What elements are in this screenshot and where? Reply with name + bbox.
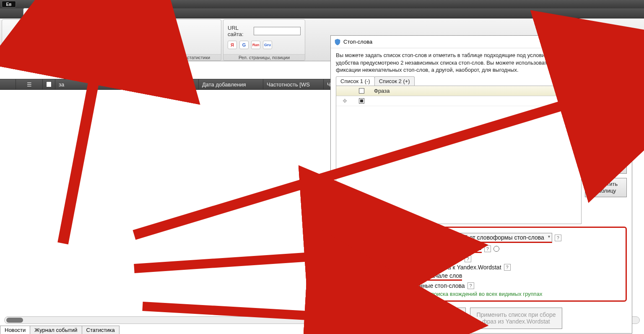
group-label: Прочее	[2, 54, 124, 60]
col-phrase[interactable]: Фраза	[370, 88, 390, 94]
help-icon[interactable]: ?	[467, 282, 474, 289]
maximize-button[interactable]: ☐	[595, 37, 612, 47]
checkbox-match-start[interactable]	[341, 274, 347, 279]
radio-exact[interactable]	[493, 246, 499, 252]
bars-icon[interactable]: ▮▮▮	[130, 28, 140, 34]
label: процессов	[13, 44, 36, 50]
ribbon-group-relpages: URL сайта: Я G Яan Gru Рел. страницы, по…	[223, 19, 305, 61]
svg-rect-1	[57, 27, 60, 35]
radio-partial-label: Частичное вхождение	[421, 245, 481, 253]
radio-full[interactable]	[341, 246, 347, 252]
google2-icon[interactable]: Gru	[263, 41, 272, 49]
url-row: URL сайта:	[228, 25, 301, 37]
checkbox-apply-wordstat[interactable]	[341, 264, 347, 270]
modal-titlebar[interactable]: Стоп-слова — ☐ ✕	[331, 36, 632, 48]
modal-title: Стоп-слова	[343, 39, 578, 45]
list-tab-1[interactable]: Список 1 (-)	[336, 76, 375, 86]
clear-table-button[interactable]: Очистить таблицу	[585, 178, 627, 197]
mark-phrases-button[interactable]: Отметить фразы в таблице	[336, 308, 399, 329]
add-row[interactable]: ✥	[336, 96, 581, 106]
hexagon-icon	[18, 24, 31, 38]
select-all-checkbox[interactable]	[359, 88, 364, 94]
group-label: Сбор ключевых слов и статистики	[126, 54, 221, 60]
delete-checked-button[interactable]: Удалить отмеченное	[585, 155, 627, 174]
svg-rect-2	[62, 27, 65, 35]
shield-icon	[93, 27, 106, 40]
svg-line-6	[143, 306, 323, 316]
add-list-button[interactable]: Добавить списком	[585, 86, 627, 104]
titlebar: Ев	[0, 0, 644, 8]
palette-icon[interactable]: 🎨	[156, 28, 163, 34]
help-icon[interactable]: ?	[404, 245, 410, 252]
google-icon[interactable]: G	[239, 41, 249, 49]
tab-news[interactable]: Новости	[0, 326, 30, 334]
minimize-button[interactable]: —	[578, 37, 595, 47]
col-source[interactable]: Источник	[134, 79, 199, 89]
tab-log[interactable]: Журнал событий	[30, 326, 82, 334]
label: Остановка	[12, 39, 36, 44]
modal-info-text: Вы можете задать список стоп-слов и отме…	[336, 52, 627, 74]
checkbox-label: Применять при составлении запроса к Yand…	[350, 264, 501, 271]
save-file-button[interactable]: Сохранить в файл	[585, 132, 627, 151]
menu-tab-data[interactable]: Данные	[69, 8, 101, 18]
radio-partial[interactable]	[413, 246, 419, 252]
col-date[interactable]: Дата добавления	[199, 79, 263, 89]
bottom-tabs: Новости Журнал событий Статистика	[0, 326, 119, 334]
checkbox-label: Искать совпадения только в начале слов	[350, 272, 462, 281]
side-buttons: Добавить списком Загрузить из файла Сохр…	[585, 86, 627, 224]
radio-exact-label: Точное соответствие фразы со стоп-фразой	[341, 256, 462, 262]
search-type-label: Выберите тип поиска вхождений:	[341, 235, 432, 241]
grid-col-toggle[interactable]: ☰	[16, 79, 43, 89]
yandex2-icon[interactable]: Яan	[251, 41, 260, 49]
icon-row-1: ▮▮▮ ▮▮▮ 🎨	[130, 28, 163, 34]
search-engines-row: Я G Яan Gru	[228, 41, 272, 49]
url-input[interactable]	[254, 27, 301, 35]
menu-bar: Сбор данных Данные Вид	[0, 8, 644, 18]
bars-icon[interactable]: ▮▮▮	[143, 28, 153, 34]
action-buttons: Отметить фразы в таблице Снять отметку с…	[331, 304, 632, 334]
pause-icon	[54, 24, 68, 38]
ribbon-group-misc: Остановка процессов Приостановка процесс…	[2, 19, 124, 61]
options-panel: Выберите тип поиска вхождений: зависимый…	[336, 227, 627, 302]
app-logo: Ев	[2, 1, 16, 8]
stopwords-button[interactable]: Стоп-слова	[82, 25, 117, 49]
search-type-select[interactable]: зависимый от словоформы стоп-слова▾	[435, 233, 552, 243]
menu-tab-collect[interactable]: Сбор данных	[23, 8, 69, 18]
load-file-button[interactable]: Загрузить из файла	[585, 109, 627, 128]
help-icon[interactable]: ?	[555, 235, 561, 241]
stop-processes-button[interactable]: Остановка процессов	[9, 23, 39, 50]
stopwords-modal: Стоп-слова — ☐ ✕ Вы можете задать список…	[330, 35, 632, 334]
chart-icon[interactable]: 📈	[142, 38, 151, 46]
col-frequency[interactable]: Частотность [WS	[263, 79, 324, 89]
menu-tab-view[interactable]: Вид	[101, 8, 122, 18]
help-icon[interactable]: ?	[465, 256, 471, 262]
tab-stats[interactable]: Статистика	[82, 326, 119, 334]
group-label: Рел. страницы, позиции	[223, 54, 305, 60]
col-phrase[interactable]: за	[55, 79, 134, 89]
url-label: URL сайта:	[228, 25, 251, 37]
unmark-phrases-button[interactable]: Снять отметку с фраз в таблице	[403, 308, 466, 329]
stopwords-table: Фраза ✥	[336, 86, 582, 224]
svg-marker-0	[19, 26, 29, 36]
checkbox-only-checked[interactable]	[341, 283, 347, 289]
table-header: Фраза	[336, 86, 581, 96]
icon-row-2: 🔍 📈 👍 KEI	[130, 38, 175, 46]
thumbs-icon[interactable]: 👍	[154, 38, 163, 46]
shield-icon	[334, 39, 341, 45]
magnifier-icon[interactable]: 🔍	[130, 38, 140, 46]
select-all-checkbox[interactable]	[46, 81, 52, 87]
svg-line-3	[63, 63, 97, 243]
apply-wordstat-button: Применить список при сборе фраз из Yande…	[470, 308, 562, 329]
label: Приостановка	[44, 39, 77, 44]
list-tab-2[interactable]: Список 2 (+)	[374, 76, 415, 86]
pause-processes-button[interactable]: Приостановка процессов	[42, 23, 80, 50]
svg-line-5	[134, 256, 323, 269]
checkbox-label: Учитывать только отмеченные стоп-слова	[350, 282, 465, 289]
help-icon[interactable]: ?	[504, 264, 511, 271]
checkbox[interactable]	[359, 98, 364, 104]
ribbon-group-keywords: ▮▮▮ ▮▮▮ 🎨 🔍 📈 👍 KEI Сбор ключевых слов и…	[126, 19, 221, 61]
help-icon[interactable]: ?	[484, 245, 491, 252]
kei-button[interactable]: KEI	[166, 38, 175, 46]
close-button[interactable]: ✕	[612, 37, 628, 47]
yandex-icon[interactable]: Я	[228, 41, 237, 49]
